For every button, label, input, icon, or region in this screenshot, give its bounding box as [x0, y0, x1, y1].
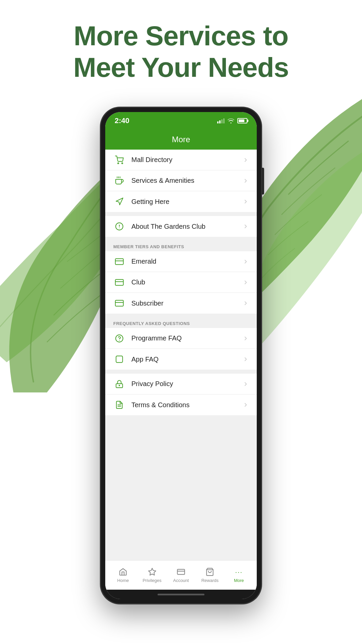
star-icon [147, 567, 157, 577]
terms-conditions-label: Terms & Conditions [131, 401, 243, 409]
status-icons [217, 118, 247, 123]
nav-item-rewards[interactable]: Rewards [196, 567, 223, 583]
doc-icon [113, 399, 125, 411]
club-label: Club [131, 278, 243, 286]
getting-here-label: Getting Here [131, 198, 243, 206]
question-icon [113, 332, 125, 344]
directions-icon [113, 196, 125, 208]
menu-section-about: About The Gardens Club [105, 216, 257, 237]
card-icon [113, 276, 125, 288]
chevron-right-icon [243, 335, 249, 341]
wifi-icon [227, 118, 235, 123]
chevron-right-icon [243, 178, 249, 184]
signal-icon [217, 118, 225, 123]
nav-item-privileges[interactable]: Privileges [139, 567, 166, 583]
menu-item-club[interactable]: Club [105, 272, 257, 293]
card-icon [113, 256, 125, 268]
more-nav-label: More [234, 578, 244, 583]
menu-item-getting-here[interactable]: Getting Here [105, 191, 257, 212]
app-header-title: More [172, 135, 190, 144]
menu-item-about-gardens-club[interactable]: About The Gardens Club [105, 216, 257, 237]
nav-item-home[interactable]: Home [110, 567, 136, 583]
svg-point-19 [119, 385, 120, 386]
app-faq-label: App FAQ [131, 356, 243, 363]
chevron-right-icon [243, 199, 249, 205]
about-gardens-club-label: About The Gardens Club [131, 223, 243, 230]
svg-rect-17 [116, 356, 123, 363]
menu-item-subscriber[interactable]: Subscriber [105, 293, 257, 314]
svg-rect-9 [115, 259, 123, 264]
status-bar: 2:40 [105, 112, 257, 129]
svg-rect-23 [177, 569, 185, 574]
chevron-right-icon [243, 381, 249, 387]
account-icon [176, 567, 186, 577]
nav-item-more[interactable]: ··· More [226, 567, 252, 583]
menu-item-programme-faq[interactable]: Programme FAQ [105, 328, 257, 349]
menu-item-mall-directory[interactable]: Mall Directory [105, 150, 257, 170]
services-amenities-label: Services & Amenities [131, 177, 243, 184]
menu-section-faq: FREQUENTLY ASKED QUESTIONS Programme FAQ [105, 318, 257, 370]
chevron-right-icon [243, 279, 249, 285]
page-title: More Services to Meet Your Needs [0, 20, 362, 84]
chevron-right-icon [243, 356, 249, 362]
svg-marker-5 [116, 198, 123, 205]
home-indicator [105, 590, 257, 599]
rewards-nav-label: Rewards [201, 578, 219, 583]
rewards-icon [205, 567, 215, 577]
menu-section-tiers: MEMBER TIERS AND BENEFITS Emerald [105, 241, 257, 314]
app-header: More [105, 129, 257, 150]
menu-list: Mall Directory [105, 150, 257, 560]
menu-item-app-faq[interactable]: App FAQ [105, 349, 257, 370]
menu-section-main: Mall Directory [105, 150, 257, 212]
menu-item-services-amenities[interactable]: Services & Amenities [105, 170, 257, 191]
svg-marker-22 [148, 568, 156, 575]
app-content: Mall Directory [105, 150, 257, 560]
account-nav-label: Account [173, 578, 189, 583]
nav-item-account[interactable]: Account [168, 567, 194, 583]
chevron-right-icon [243, 300, 249, 306]
app-icon [113, 353, 125, 365]
menu-section-legal: Privacy Policy [105, 374, 257, 415]
faq-section-label: FREQUENTLY ASKED QUESTIONS [105, 318, 257, 328]
svg-rect-13 [115, 300, 123, 306]
privacy-policy-label: Privacy Policy [131, 380, 243, 388]
chevron-right-icon [243, 157, 249, 163]
info-icon [113, 220, 125, 232]
menu-item-emerald[interactable]: Emerald [105, 251, 257, 272]
subscriber-label: Subscriber [131, 300, 243, 307]
cart-icon [113, 154, 125, 166]
card-icon [113, 297, 125, 309]
privileges-nav-label: Privileges [142, 578, 161, 583]
menu-item-terms-conditions[interactable]: Terms & Conditions [105, 394, 257, 415]
chevron-right-icon [243, 223, 249, 229]
home-icon [118, 567, 128, 577]
lock-icon [113, 378, 125, 390]
battery-icon [237, 118, 247, 123]
svg-point-1 [122, 163, 123, 164]
home-nav-label: Home [117, 578, 129, 583]
more-dots-icon: ··· [234, 567, 244, 577]
programme-faq-label: Programme FAQ [131, 334, 243, 342]
services-icon [113, 175, 125, 187]
svg-point-15 [116, 335, 123, 342]
emerald-label: Emerald [131, 258, 243, 265]
chevron-right-icon [243, 402, 249, 408]
menu-item-privacy-policy[interactable]: Privacy Policy [105, 374, 257, 394]
svg-point-0 [118, 163, 119, 164]
phone-mockup: 2:40 [101, 107, 261, 604]
svg-rect-11 [115, 279, 123, 285]
mall-directory-label: Mall Directory [131, 156, 243, 164]
status-time: 2:40 [115, 116, 129, 125]
chevron-right-icon [243, 259, 249, 265]
bottom-nav: Home Privileges [105, 560, 257, 590]
tiers-section-label: MEMBER TIERS AND BENEFITS [105, 241, 257, 251]
